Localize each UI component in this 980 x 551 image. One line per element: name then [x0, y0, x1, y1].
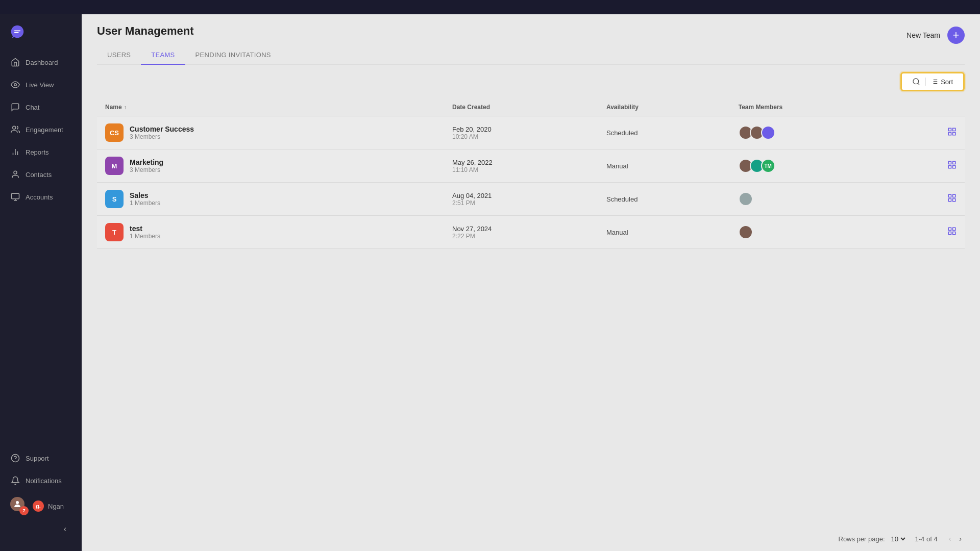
svg-rect-34 [953, 232, 955, 235]
team-settings-button[interactable] [947, 229, 957, 237]
team-settings-button[interactable] [947, 162, 957, 171]
chat-icon [10, 102, 20, 112]
cell-date: Aug 04, 2021 2:51 PM [444, 183, 598, 216]
date-secondary: 2:22 PM [452, 233, 590, 240]
pagination: Rows per page: 10 25 50 1-4 of 4 ‹ › [82, 527, 980, 551]
table-row: T test 1 Members Nov 27, 2024 2:22 PMMan… [97, 216, 965, 249]
svg-point-0 [14, 84, 17, 86]
svg-rect-27 [948, 194, 951, 197]
search-sort-box: Sort [900, 72, 965, 91]
member-avatar [761, 126, 775, 140]
team-settings-button[interactable] [947, 195, 957, 204]
rows-per-page-select[interactable]: 10 25 50 [889, 535, 907, 543]
sidebar-item-dashboard[interactable]: Dashboard [0, 51, 82, 73]
team-icon: S [105, 190, 124, 208]
svg-point-12 [913, 79, 919, 84]
sidebar-item-chat[interactable]: Chat [0, 96, 82, 118]
rows-per-page: Rows per page: 10 25 50 [839, 535, 907, 543]
svg-rect-28 [953, 194, 955, 197]
sidebar-collapse-button[interactable]: ‹ [60, 520, 70, 538]
svg-rect-33 [948, 232, 951, 235]
bell-icon [10, 475, 20, 486]
sidebar-item-engagement[interactable]: Engagement [0, 118, 82, 141]
member-avatars [739, 192, 887, 206]
col-header-actions [895, 98, 965, 116]
cell-action[interactable] [895, 149, 965, 183]
cell-name: T test 1 Members [97, 216, 444, 249]
date-primary: Feb 20, 2020 [452, 126, 590, 133]
page-info: 1-4 of 4 [915, 535, 938, 543]
main-area: Sort Name ↑ [82, 65, 980, 551]
support-icon [10, 453, 20, 463]
tab-pending-invitations[interactable]: PENDING INVITATIONS [185, 46, 281, 65]
page-header: User Management New Team + USERS TEAMS P… [82, 14, 980, 65]
svg-rect-25 [948, 166, 951, 168]
new-team-button[interactable]: + [947, 27, 965, 44]
sort-divider [925, 78, 926, 86]
reports-icon [10, 147, 20, 157]
date-secondary: 2:51 PM [452, 199, 590, 207]
cell-action[interactable] [895, 116, 965, 149]
team-name: Sales [130, 191, 160, 199]
sidebar-item-support[interactable]: Support [0, 447, 82, 469]
accounts-icon [10, 192, 20, 202]
team-icon: M [105, 157, 124, 175]
user-profile[interactable]: 7 g. Ngan [0, 492, 82, 520]
svg-point-5 [14, 171, 17, 174]
team-settings-button[interactable] [947, 129, 957, 138]
sidebar-item-notifications[interactable]: Notifications [0, 469, 82, 492]
date-secondary: 10:20 AM [452, 133, 590, 140]
next-page-button[interactable]: › [956, 534, 965, 544]
teams-table: Name ↑ Date Created Availability Team Me… [97, 98, 965, 249]
availability-value: Manual [606, 162, 628, 170]
sidebar-item-accounts[interactable]: Accounts [0, 186, 82, 208]
cell-team-members [730, 183, 895, 216]
team-member-count: 1 Members [130, 233, 160, 240]
member-avatars [739, 225, 887, 239]
team-name: Customer Success [130, 125, 194, 133]
team-name: test [130, 224, 160, 233]
tabs: USERS TEAMS PENDING INVITATIONS [97, 46, 965, 65]
cell-name: S Sales 1 Members [97, 183, 444, 216]
member-avatar: TM [761, 159, 775, 173]
search-button[interactable] [909, 77, 923, 87]
col-header-date-created: Date Created [444, 98, 598, 116]
sort-button[interactable]: Sort [928, 77, 956, 87]
table-row: S Sales 1 Members Aug 04, 2021 2:51 PMSc… [97, 183, 965, 216]
team-member-count: 3 Members [130, 133, 194, 140]
contacts-icon [10, 169, 20, 180]
member-avatars [739, 126, 887, 140]
col-header-name: Name ↑ [97, 98, 444, 116]
prev-page-button[interactable]: ‹ [946, 534, 954, 544]
engagement-icon [10, 124, 20, 135]
tab-teams[interactable]: TEAMS [141, 46, 185, 65]
cell-action[interactable] [895, 216, 965, 249]
user-name: Ngan [48, 503, 64, 510]
table-row: CS Customer Success 3 Members Feb 20, 20… [97, 116, 965, 149]
svg-point-1 [13, 126, 16, 129]
cell-availability: Scheduled [598, 116, 730, 149]
toolbar: Sort [82, 65, 980, 98]
date-secondary: 11:10 AM [452, 166, 590, 173]
svg-rect-26 [953, 166, 955, 168]
svg-rect-30 [953, 199, 955, 202]
cell-team-members [730, 216, 895, 249]
app-logo [0, 19, 82, 51]
sidebar-item-live-view[interactable]: Live View [0, 73, 82, 96]
page-nav: ‹ › [946, 534, 965, 544]
sidebar-item-contacts[interactable]: Contacts [0, 163, 82, 186]
svg-rect-23 [948, 161, 951, 164]
sidebar-item-reports[interactable]: Reports [0, 141, 82, 163]
cell-action[interactable] [895, 183, 965, 216]
member-avatar [739, 225, 753, 239]
tab-users[interactable]: USERS [97, 46, 141, 65]
cell-date: Nov 27, 2024 2:22 PM [444, 216, 598, 249]
cell-name: M Marketing 3 Members [97, 149, 444, 183]
team-icon: T [105, 223, 124, 241]
team-member-count: 1 Members [130, 199, 160, 207]
sidebar: Dashboard Live View Chat Engagement [0, 14, 82, 551]
date-primary: Aug 04, 2021 [452, 192, 590, 199]
member-avatars: TM [739, 159, 887, 173]
table-row: M Marketing 3 Members May 26, 2022 11:10… [97, 149, 965, 183]
svg-rect-29 [948, 199, 951, 202]
